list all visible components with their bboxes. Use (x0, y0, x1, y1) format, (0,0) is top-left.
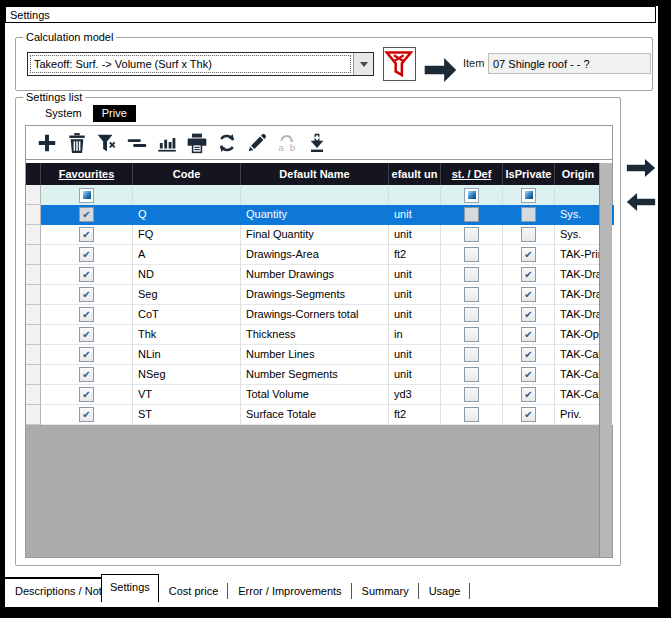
refresh-button[interactable] (212, 130, 242, 156)
model-filter-button[interactable] (383, 47, 416, 81)
row-selector[interactable] (26, 285, 41, 305)
filter-cell[interactable] (441, 185, 503, 205)
checkbox-unchecked[interactable] (464, 287, 479, 302)
print-button[interactable] (182, 130, 212, 156)
bottom-tab-error-improvements[interactable]: Error / Improvements (228, 580, 351, 602)
item-field[interactable]: 07 Shingle roof - - ? (488, 53, 651, 74)
row-selector[interactable] (26, 325, 41, 345)
checkbox-unchecked[interactable] (464, 327, 479, 342)
row-selector[interactable] (26, 225, 41, 245)
bottom-tab-descriptions-notes[interactable]: Descriptions / Notes (5, 580, 101, 602)
table-row[interactable]: ✔NSegNumber Segmentsunit✔TAK-Calc (26, 365, 614, 385)
checkbox-checked[interactable]: ✔ (79, 347, 94, 362)
checkbox-unchecked[interactable] (464, 267, 479, 282)
checkbox-checked[interactable]: ✔ (521, 267, 536, 282)
move-right-button[interactable] (625, 157, 657, 179)
column-header-efault-un[interactable]: efault un (389, 163, 441, 185)
checkbox-checked[interactable]: ✔ (79, 307, 94, 322)
row-selector[interactable] (26, 245, 41, 265)
table-row[interactable]: ✔ThkThicknessin✔TAK-Opti (26, 325, 614, 345)
checkbox-checked[interactable]: ✔ (521, 247, 536, 262)
import-button[interactable] (302, 130, 332, 156)
checkbox-unchecked[interactable] (464, 207, 479, 222)
tab-system[interactable]: System (36, 105, 91, 122)
add-button[interactable] (32, 130, 62, 156)
rename-button[interactable]: ab (272, 130, 302, 156)
table-row[interactable]: ✔ADrawings-Areaft2✔TAK-Princ (26, 245, 614, 265)
checkbox-checked[interactable]: ✔ (79, 227, 94, 242)
dropdown-arrow-button[interactable] (353, 53, 373, 75)
table-row[interactable]: ✔QQuantityunitSys. (26, 205, 614, 225)
column-header-st-def[interactable]: st. / Def (441, 163, 503, 185)
delete-button[interactable] (62, 130, 92, 156)
cell: VT (133, 385, 241, 405)
calculation-model-dropdown[interactable]: Takeoff: Surf. -> Volume (Surf x Thk) (27, 52, 374, 76)
column-header-code[interactable]: Code (133, 163, 241, 185)
checkbox-unchecked[interactable] (521, 227, 536, 242)
edit-button[interactable] (242, 130, 272, 156)
bottom-tab-settings[interactable]: Settings (101, 574, 159, 602)
table-row[interactable]: ✔VTTotal Volumeyd3✔TAK-Calc (26, 385, 614, 405)
checkbox-unchecked[interactable] (464, 367, 479, 382)
table-row[interactable]: ✔FQFinal QuantityunitSys. (26, 225, 614, 245)
checkbox-unchecked[interactable] (464, 307, 479, 322)
checkbox-checked[interactable]: ✔ (521, 347, 536, 362)
checkbox-checked[interactable]: ✔ (79, 327, 94, 342)
checkbox-checked[interactable]: ✔ (79, 267, 94, 282)
vertical-scrollbar[interactable] (599, 163, 612, 557)
column-header-favourites[interactable]: Favourites (41, 163, 133, 185)
funnel-icon (96, 132, 118, 154)
checkbox-checked[interactable]: ✔ (79, 287, 94, 302)
filter-toggle-icon[interactable] (464, 188, 479, 203)
column-header-selector[interactable] (26, 163, 41, 185)
checkbox-checked[interactable]: ✔ (521, 287, 536, 302)
filter-toggle-icon[interactable] (79, 188, 94, 203)
table-row[interactable]: ✔SegDrawings-Segmentsunit✔TAK-Draw (26, 285, 614, 305)
row-selector[interactable] (26, 305, 41, 325)
apply-model-arrow[interactable] (422, 52, 458, 76)
checkbox-checked[interactable]: ✔ (521, 307, 536, 322)
bottom-tab-cost-price[interactable]: Cost price (159, 580, 229, 602)
column-header-origin[interactable]: Origin (555, 163, 601, 185)
checkbox-unchecked[interactable] (464, 227, 479, 242)
filter-cell[interactable] (41, 185, 133, 205)
column-header-default-name[interactable]: Default Name (241, 163, 389, 185)
checkbox-checked[interactable]: ✔ (79, 367, 94, 382)
row-selector[interactable] (26, 385, 41, 405)
bottom-tab-summary[interactable]: Summary (352, 580, 419, 602)
checkbox-checked[interactable]: ✔ (79, 247, 94, 262)
table-row[interactable]: ✔CoTDrawings-Corners totalunit✔TAK-Draw (26, 305, 614, 325)
checkbox-checked[interactable]: ✔ (521, 367, 536, 382)
checkbox-unchecked[interactable] (464, 407, 479, 422)
compare-button[interactable] (122, 130, 152, 156)
calculation-model-label: Calculation model (23, 31, 116, 43)
filter-toggle-icon[interactable] (521, 188, 536, 203)
checkbox-checked[interactable]: ✔ (521, 407, 536, 422)
table-row[interactable]: ✔NDNumber Drawingsunit✔TAK-Draw (26, 265, 614, 285)
checkbox-checked[interactable]: ✔ (79, 207, 94, 222)
checkbox-checked[interactable]: ✔ (521, 327, 536, 342)
row-selector[interactable] (26, 265, 41, 285)
cell: unit (389, 225, 441, 245)
checkbox-unchecked[interactable] (464, 347, 479, 362)
bottom-tab-usage[interactable]: Usage (419, 580, 471, 602)
checkbox-unchecked[interactable] (521, 207, 536, 222)
move-left-button[interactable] (625, 191, 657, 213)
table-row[interactable]: ✔STSurface Totaleft2✔Priv. (26, 405, 614, 425)
table-row[interactable]: ✔NLinNumber Linesunit✔TAK-Calc (26, 345, 614, 365)
filter-button[interactable] (92, 130, 122, 156)
table-filter-row (26, 185, 601, 205)
checkbox-unchecked[interactable] (464, 387, 479, 402)
row-selector[interactable] (26, 345, 41, 365)
checkbox-checked[interactable]: ✔ (79, 407, 94, 422)
checkbox-checked[interactable]: ✔ (521, 387, 536, 402)
column-header-isprivate[interactable]: IsPrivate (503, 163, 555, 185)
checkbox-unchecked[interactable] (464, 247, 479, 262)
row-selector[interactable] (26, 405, 41, 425)
filter-cell[interactable] (503, 185, 555, 205)
chart-button[interactable] (152, 130, 182, 156)
checkbox-checked[interactable]: ✔ (79, 387, 94, 402)
row-selector[interactable] (26, 205, 41, 225)
tab-prive[interactable]: Prive (93, 105, 136, 122)
row-selector[interactable] (26, 365, 41, 385)
